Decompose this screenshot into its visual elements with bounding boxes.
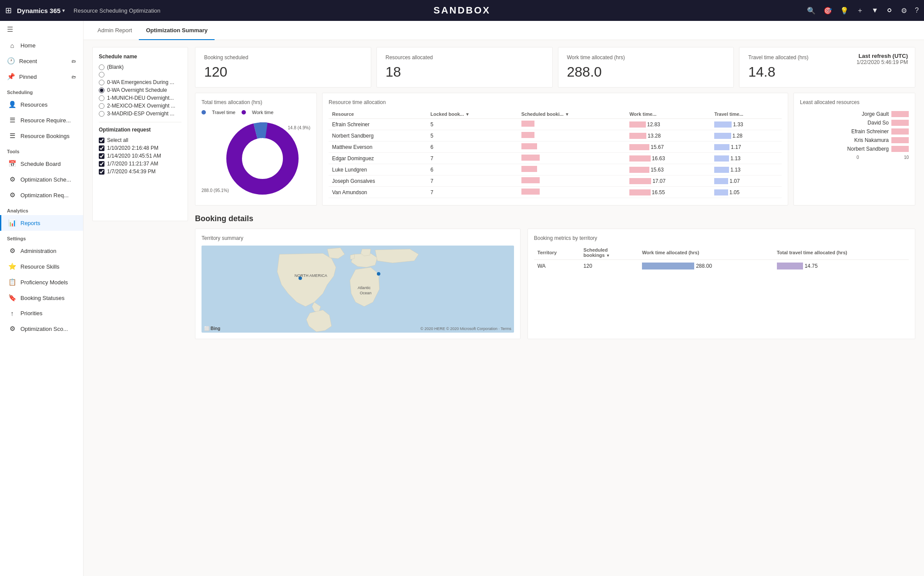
app-name[interactable]: Dynamics 365 ▾	[17, 7, 65, 14]
sidebar-item-opt-sche[interactable]: ⚙ Optimization Sche...	[0, 172, 83, 187]
resource-locked: 6	[427, 141, 518, 153]
sidebar-item-resource-skills[interactable]: ⭐ Resource Skills	[0, 259, 83, 274]
last-refresh: Last refresh (UTC) 1/22/2020 5:46:19 PM	[857, 53, 908, 65]
sidebar-item-resource-req[interactable]: ☰ Resource Require...	[0, 112, 83, 128]
section-analytics: Analytics	[0, 203, 83, 215]
booking-details-title: Booking details	[195, 214, 915, 223]
metrics-row-wa: WA 120 288.00	[534, 260, 909, 273]
sidebar-item-booking-statuses[interactable]: 🔖 Booking Statuses	[0, 290, 83, 306]
sidebar-label-proficiency: Proficiency Models	[20, 279, 68, 286]
sidebar-item-proficiency[interactable]: 📋 Proficiency Models	[0, 274, 83, 290]
add-icon[interactable]: ＋	[857, 6, 864, 15]
search-icon[interactable]: 🔍	[807, 7, 816, 15]
tab-optimization-summary[interactable]: Optimization Summary	[139, 21, 215, 40]
resource-name: Edgar Dominguez	[329, 153, 427, 164]
resource-name: Luke Lundgren	[329, 164, 427, 175]
filter-option-0wa-emerg[interactable]: 0-WA Emergencies During ...	[99, 78, 181, 86]
least-alloc-row: Efrain Schreiner	[800, 127, 909, 136]
sandbox-title: SANDBOX	[433, 5, 491, 16]
filter-select-all[interactable]: Select all	[99, 136, 181, 144]
resource-work: 16.63	[626, 153, 711, 164]
sidebar-item-recent[interactable]: 🕐 Recent 🗁	[0, 53, 83, 69]
filter-icon[interactable]: ▼	[871, 7, 878, 14]
donut-container: 14.8 (4.9%) 288.0 (95.1%)	[202, 119, 310, 199]
map-svg: NORTH AMERICA Atlantic Ocean	[202, 246, 514, 333]
circle-icon[interactable]: ⭘	[886, 7, 893, 14]
least-allocated-card: Least allocated resources Jorge Gault Da…	[793, 93, 915, 205]
col-travel: Travel time...	[711, 110, 782, 119]
kpi-work-time: Work time allocated (hrs) 288.0	[558, 47, 734, 88]
work-annotation: 288.0 (95.1%)	[202, 188, 229, 193]
metrics-col-work: Work time allocated (hrs)	[638, 246, 773, 260]
resource-scheduled	[518, 164, 626, 175]
resource-name: Van Amundson	[329, 187, 427, 198]
resource-travel: 1.05	[711, 187, 782, 198]
admin-icon: ⚙	[8, 247, 16, 255]
svg-text:Atlantic: Atlantic	[358, 286, 371, 290]
opt-sco-icon: ⚙	[8, 325, 16, 333]
resource-req-icon: ☰	[8, 116, 16, 124]
help-icon[interactable]: ?	[915, 7, 919, 14]
priorities-icon: ↑	[8, 310, 16, 317]
sidebar-item-administration[interactable]: ⚙ Administration	[0, 243, 83, 259]
sidebar-label-resources: Resources	[20, 101, 47, 108]
sidebar-label-opt-sco: Optimization Sco...	[20, 326, 68, 332]
sidebar-label-resource-skills: Resource Skills	[20, 263, 60, 270]
sidebar-toggle[interactable]: ☰	[0, 21, 83, 38]
filter-req-3[interactable]: 1/7/2020 11:21:37 AM	[99, 160, 181, 168]
sidebar-label-resource-req: Resource Require...	[20, 117, 71, 124]
target-icon[interactable]: 🎯	[823, 7, 832, 15]
tabs-bar: Admin Report Optimization Summary	[84, 21, 924, 40]
filter-req-4[interactable]: 1/7/2020 4:54:39 PM	[99, 168, 181, 175]
filter-option-3madrid[interactable]: 3-MADRID-ESP Overnight ...	[99, 110, 181, 118]
sidebar-item-reports[interactable]: 📊 Reports	[0, 215, 83, 231]
skills-icon: ⭐	[8, 263, 16, 270]
resource-name: Norbert Sandberg	[329, 130, 427, 141]
sidebar-item-schedule-board[interactable]: 📅 Schedule Board	[0, 156, 83, 172]
waffle-icon[interactable]: ⊞	[5, 6, 12, 15]
least-alloc-row: Jorge Gault	[800, 110, 909, 118]
sidebar-label-resource-bookings: Resource Bookings	[20, 133, 70, 139]
reports-icon: 📊	[8, 219, 16, 227]
filter-option-blank[interactable]: (Blank)	[99, 63, 181, 71]
least-alloc-axis: 0 10	[800, 155, 909, 160]
col-resource: Resource	[329, 110, 427, 119]
sidebar-label-administration: Administration	[20, 248, 56, 254]
sidebar-item-home[interactable]: ⌂ Home	[0, 38, 83, 53]
filter-option-empty[interactable]	[99, 71, 181, 78]
kpi-row: Booking scheduled 120 Resources allocate…	[195, 47, 915, 88]
sidebar-item-priorities[interactable]: ↑ Priorities	[0, 306, 83, 321]
filter-req-2[interactable]: 1/14/2020 10:45:51 AM	[99, 152, 181, 160]
resource-travel: 1.33	[711, 119, 782, 130]
sidebar-item-resource-bookings[interactable]: ☰ Resource Bookings	[0, 128, 83, 144]
sidebar-item-resources[interactable]: 👤 Resources	[0, 97, 83, 112]
resource-work: 13.28	[626, 130, 711, 141]
svg-text:Ocean: Ocean	[360, 291, 372, 295]
resource-row: Matthew Everson 6 15.67 1.17	[329, 141, 782, 153]
least-alloc-row: Kris Nakamura	[800, 136, 909, 145]
least-bar	[891, 120, 909, 126]
filter-req-1[interactable]: 1/10/2020 2:16:48 PM	[99, 144, 181, 152]
filter-option-0wa-over[interactable]: 0-WA Overnight Schedule	[99, 86, 181, 94]
metrics-work: 288.00	[638, 260, 773, 273]
sidebar-item-pinned[interactable]: 📌 Pinned 🗁	[0, 69, 83, 84]
least-bar	[891, 137, 909, 143]
least-name: Norbert Sandberg	[837, 146, 889, 152]
settings-icon[interactable]: ⚙	[901, 7, 907, 15]
filter-option-2mexico[interactable]: 2-MEXICO-MEX Overnight ...	[99, 102, 181, 110]
sidebar-label-home: Home	[20, 42, 36, 49]
tab-admin-report[interactable]: Admin Report	[91, 21, 139, 40]
sidebar-item-opt-sco[interactable]: ⚙ Optimization Sco...	[0, 321, 83, 337]
filter-separator	[99, 122, 181, 122]
resource-scheduled	[518, 153, 626, 164]
resource-work: 12.83	[626, 119, 711, 130]
lightbulb-icon[interactable]: 💡	[840, 7, 849, 15]
sidebar-item-opt-req[interactable]: ⚙ Optimization Req...	[0, 187, 83, 203]
filter-option-1munich[interactable]: 1-MUNICH-DEU Overnight...	[99, 94, 181, 102]
home-icon: ⌂	[8, 42, 16, 49]
recent-icon: 🕐	[7, 57, 15, 65]
app-chevron-icon[interactable]: ▾	[62, 8, 65, 13]
resource-table-scroll[interactable]: Resource Locked book... ▼ Scheduled book…	[329, 110, 782, 198]
resource-locked: 5	[427, 130, 518, 141]
territory-title: Territory summary	[202, 235, 514, 241]
